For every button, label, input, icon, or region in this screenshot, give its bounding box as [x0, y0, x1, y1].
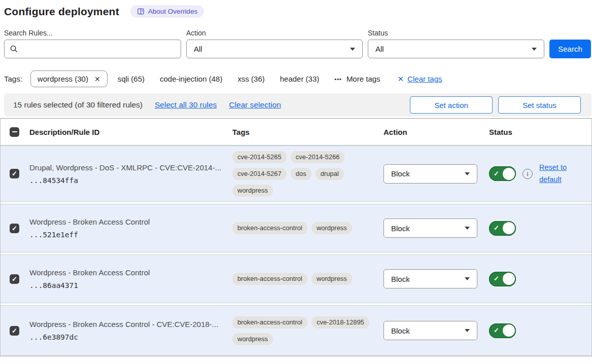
search-rules-field[interactable]: [4, 40, 181, 58]
action-value: Block: [391, 224, 410, 233]
rule-tags-cell: broken-access-control wordpress: [232, 273, 384, 285]
rule-status-cell: ✓: [485, 221, 591, 236]
rule-action-cell: Block: [384, 164, 485, 184]
rule-status-cell: ✓: [485, 272, 591, 286]
select-all-checkbox[interactable]: [10, 127, 19, 137]
search-button[interactable]: Search: [549, 40, 591, 58]
page-header: Configure deployment About Overrides: [4, 5, 592, 18]
header-checkbox-cell: [1, 127, 29, 137]
tags-bar: Tags: wordpress (30) ✕ sqli (65) code-in…: [4, 70, 592, 87]
column-action: Action: [384, 128, 485, 136]
status-filter-select[interactable]: All: [368, 40, 544, 58]
tag-pill: broken-access-control: [232, 222, 307, 234]
chevron-down-icon: [465, 227, 470, 230]
more-tags-button[interactable]: ••• More tags: [334, 75, 380, 83]
configure-deployment-page: Configure deployment About Overrides Sea…: [0, 0, 592, 356]
tag-pill: wordpress: [311, 222, 352, 234]
about-overrides-badge[interactable]: About Overrides: [130, 5, 204, 18]
row-checkbox[interactable]: ✓: [10, 169, 19, 178]
column-description: Description/Rule ID: [29, 128, 232, 136]
rule-id: ...521e1eff: [29, 231, 226, 239]
tag-sqli[interactable]: sqli (65): [118, 75, 145, 83]
rule-tags-cell: broken-access-control cve-2018-12895 wor…: [232, 316, 384, 345]
status-toggle[interactable]: ✓: [489, 221, 516, 236]
minus-icon: [12, 131, 17, 133]
search-icon: [10, 45, 18, 53]
rule-action-cell: Block: [384, 269, 485, 288]
check-icon: ✓: [494, 170, 499, 177]
action-select[interactable]: Block: [384, 219, 477, 238]
rule-id: ...86aa4371: [29, 281, 226, 289]
clear-tags-link[interactable]: ✕ Clear tags: [398, 75, 442, 84]
action-value: Block: [391, 275, 410, 283]
more-tags-label: More tags: [346, 75, 380, 83]
action-select[interactable]: Block: [384, 164, 477, 184]
action-filter-select[interactable]: All: [186, 40, 363, 58]
rule-description: Wordpress - Broken Access Control - CVE:…: [29, 320, 226, 329]
search-rules-input[interactable]: [22, 45, 176, 53]
row-checkbox-cell: ✓: [1, 326, 29, 336]
table-row: ✓ Wordpress - Broken Access Control - CV…: [1, 305, 591, 356]
info-icon[interactable]: i: [523, 169, 533, 179]
tag-pill: cve-2014-5267: [232, 168, 287, 180]
chevron-down-icon: [532, 48, 537, 51]
tag-xss[interactable]: xss (36): [237, 75, 264, 83]
chevron-down-icon: [465, 329, 470, 332]
search-rules-group: Search Rules...: [4, 29, 181, 58]
set-status-button[interactable]: Set status: [498, 96, 581, 114]
reset-to-default-link[interactable]: Reset to default: [539, 162, 572, 186]
check-icon: ✓: [494, 275, 499, 282]
selection-summary: 15 rules selected (of 30 filtered rules): [13, 100, 143, 110]
ellipsis-icon: •••: [334, 76, 342, 82]
rule-action-cell: Block: [384, 321, 485, 340]
row-checkbox[interactable]: ✓: [10, 224, 19, 233]
row-checkbox[interactable]: ✓: [10, 326, 19, 336]
tag-pill: wordpress: [232, 333, 273, 345]
set-action-button[interactable]: Set action: [410, 96, 493, 114]
toggle-knob: [503, 168, 515, 180]
status-toggle[interactable]: ✓: [489, 323, 516, 338]
rule-tags-cell: cve-2014-5265 cve-2014-5266 cve-2014-526…: [232, 151, 384, 197]
rule-description: Drupal, Wordpress - DoS - XMLRPC - CVE:C…: [29, 163, 226, 172]
rule-action-cell: Block: [384, 219, 485, 238]
table-row: ✓ Wordpress - Broken Access Control ...8…: [1, 254, 591, 303]
tags-label: Tags:: [4, 75, 22, 83]
clear-tags-label: Clear tags: [407, 75, 442, 83]
selected-tag-wordpress[interactable]: wordpress (30) ✕: [30, 70, 108, 87]
search-rules-label: Search Rules...: [4, 29, 181, 37]
status-filter-value: All: [375, 45, 384, 53]
clear-selection-link[interactable]: Clear selection: [229, 100, 281, 110]
action-select[interactable]: Block: [384, 321, 477, 340]
status-toggle[interactable]: ✓: [489, 272, 516, 286]
table-row: ✓ Drupal, Wordpress - DoS - XMLRPC - CVE…: [1, 145, 591, 202]
chevron-down-icon: [350, 48, 355, 51]
rule-description: Wordpress - Broken Access Control: [29, 268, 226, 277]
rule-description-cell: Wordpress - Broken Access Control ...521…: [29, 217, 232, 239]
action-value: Block: [391, 326, 410, 335]
column-status: Status: [485, 128, 591, 136]
tag-pill: wordpress: [311, 273, 352, 285]
action-filter-value: All: [194, 45, 202, 53]
table-row: ✓ Wordpress - Broken Access Control ...5…: [1, 204, 591, 252]
tag-header[interactable]: header (33): [280, 75, 320, 83]
table-header-row: Description/Rule ID Tags Action Status: [1, 119, 591, 145]
filter-row: Search Rules... Action All Status: [4, 29, 592, 58]
check-icon: ✓: [12, 170, 17, 177]
tag-pill: cve-2014-5266: [291, 151, 345, 163]
book-icon: [137, 8, 145, 15]
select-all-link[interactable]: Select all 30 rules: [155, 100, 217, 110]
check-icon: ✓: [12, 276, 17, 282]
action-select[interactable]: Block: [384, 269, 477, 288]
check-icon: ✓: [12, 225, 17, 232]
rule-status-cell: ✓ i Reset to default: [485, 162, 591, 186]
check-icon: ✓: [494, 326, 499, 334]
status-toggle[interactable]: ✓: [489, 166, 516, 181]
status-filter-label: Status: [368, 29, 544, 37]
row-checkbox[interactable]: ✓: [10, 274, 19, 284]
rule-status-cell: ✓: [485, 323, 591, 338]
tag-pill: drupal: [316, 168, 344, 180]
tag-code-injection[interactable]: code-injection (48): [160, 75, 222, 83]
close-icon[interactable]: ✕: [94, 75, 100, 83]
check-icon: ✓: [12, 327, 17, 334]
row-checkbox-cell: ✓: [1, 274, 29, 284]
